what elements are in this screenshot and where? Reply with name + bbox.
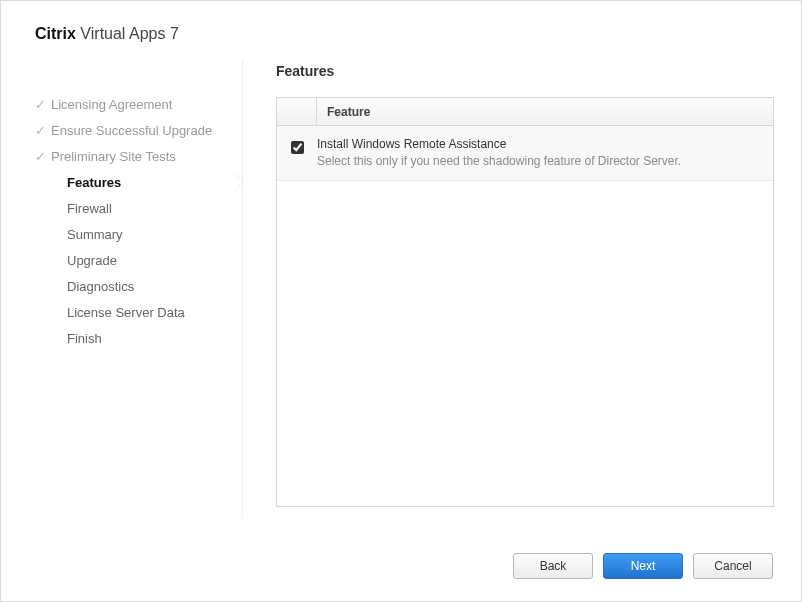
- step-label: License Server Data: [51, 305, 185, 320]
- row-text-cell: Install Windows Remote Assistance Select…: [317, 136, 773, 170]
- window-title: Citrix Virtual Apps 7: [35, 25, 179, 43]
- current-step-notch: [233, 173, 242, 191]
- step-label: Diagnostics: [51, 279, 134, 294]
- column-header-feature: Feature: [317, 105, 370, 119]
- step-preliminary-site-tests[interactable]: ✓ Preliminary Site Tests: [35, 143, 243, 169]
- step-label: Licensing Agreement: [51, 97, 172, 112]
- column-header-checkbox: [277, 98, 317, 125]
- feature-title: Install Windows Remote Assistance: [317, 136, 763, 153]
- features-table: Feature Install Windows Remote Assistanc…: [276, 97, 774, 507]
- step-label: Firewall: [51, 201, 112, 216]
- step-licensing-agreement[interactable]: ✓ Licensing Agreement: [35, 91, 243, 117]
- page-heading: Features: [276, 63, 334, 79]
- check-icon: ✓: [35, 97, 51, 112]
- check-icon: ✓: [35, 149, 51, 164]
- title-product: Virtual Apps 7: [80, 25, 178, 42]
- table-row: Install Windows Remote Assistance Select…: [277, 126, 773, 181]
- step-label: Upgrade: [51, 253, 117, 268]
- check-icon: ✓: [35, 123, 51, 138]
- step-diagnostics[interactable]: ✓ Diagnostics: [35, 273, 243, 299]
- feature-checkbox[interactable]: [291, 141, 304, 154]
- step-label: Ensure Successful Upgrade: [51, 123, 212, 138]
- table-header: Feature: [277, 98, 773, 126]
- step-label: Preliminary Site Tests: [51, 149, 176, 164]
- step-upgrade[interactable]: ✓ Upgrade: [35, 247, 243, 273]
- step-finish[interactable]: ✓ Finish: [35, 325, 243, 351]
- cancel-button[interactable]: Cancel: [693, 553, 773, 579]
- wizard-button-row: Back Next Cancel: [513, 553, 773, 579]
- step-label: Features: [51, 175, 121, 190]
- feature-description: Select this only if you need the shadowi…: [317, 153, 763, 170]
- step-label: Summary: [51, 227, 123, 242]
- next-button[interactable]: Next: [603, 553, 683, 579]
- title-brand: Citrix: [35, 25, 76, 42]
- step-label: Finish: [51, 331, 102, 346]
- step-features[interactable]: ✓ Features: [35, 169, 243, 195]
- step-firewall[interactable]: ✓ Firewall: [35, 195, 243, 221]
- step-ensure-successful-upgrade[interactable]: ✓ Ensure Successful Upgrade: [35, 117, 243, 143]
- wizard-steps-sidebar: ✓ Licensing Agreement ✓ Ensure Successfu…: [35, 91, 243, 351]
- step-license-server-data[interactable]: ✓ License Server Data: [35, 299, 243, 325]
- back-button[interactable]: Back: [513, 553, 593, 579]
- step-summary[interactable]: ✓ Summary: [35, 221, 243, 247]
- installer-window: Citrix Virtual Apps 7 ✓ Licensing Agreem…: [0, 0, 802, 602]
- row-checkbox-cell: [277, 136, 317, 170]
